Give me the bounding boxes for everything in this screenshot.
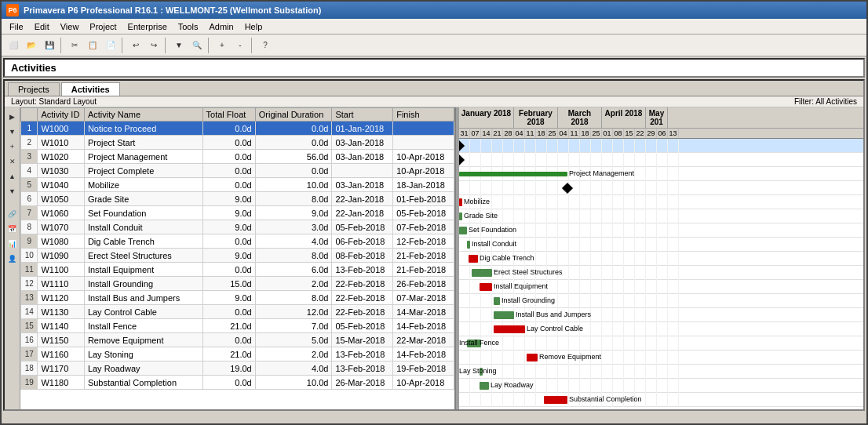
copy-btn[interactable]: 📋 xyxy=(84,37,101,54)
activity-id: W1170 xyxy=(38,361,84,376)
zoom-in-btn[interactable]: + xyxy=(213,37,231,54)
open-btn[interactable]: 📂 xyxy=(23,37,40,54)
activity-name: Install Conduit xyxy=(84,220,202,234)
activity-name: Erect Steel Structures xyxy=(84,249,202,263)
resource-icon[interactable]: 👤 xyxy=(6,252,19,265)
table-row[interactable]: 15 W1140 Install Fence 21.0d 7.0d 05-Feb… xyxy=(21,319,454,333)
gantt-day-header: 29 xyxy=(646,129,657,138)
gantt-row: Dig Cable Trench xyxy=(459,252,863,266)
activity-name: Substantial Completion xyxy=(84,376,202,390)
table-row[interactable]: 19 W1180 Substantial Completion 0.0d 10.… xyxy=(21,376,454,390)
table-row[interactable]: 6 W1050 Grade Site 9.0d 8.0d 22-Jan-2018… xyxy=(21,192,454,206)
col-orig-duration[interactable]: Original Duration xyxy=(255,108,332,122)
tab-bar: Projects Activities xyxy=(5,81,863,96)
help-btn[interactable]: ? xyxy=(257,37,274,54)
table-row[interactable]: 8 W1070 Install Conduit 9.0d 3.0d 05-Feb… xyxy=(21,220,454,234)
table-row[interactable]: 16 W1150 Remove Equipment 0.0d 5.0d 15-M… xyxy=(21,333,454,347)
add-icon[interactable]: + xyxy=(6,140,19,153)
orig-duration: 4.0d xyxy=(255,234,332,249)
app-icon: P6 xyxy=(6,4,19,16)
table-row[interactable]: 4 W1030 Project Complete 0.0d 0.0d 10-Ap… xyxy=(21,164,454,178)
start-date: 05-Feb-2018 xyxy=(332,220,393,234)
gantt-bar-label: Grade Site xyxy=(464,212,498,220)
gantt-day-header: 08 xyxy=(613,129,624,138)
activity-id: W1070 xyxy=(38,220,84,234)
start-date: 03-Jan-2018 xyxy=(332,136,393,150)
undo-btn[interactable]: ↩ xyxy=(127,37,144,54)
row-number: 2 xyxy=(21,136,38,150)
menu-file[interactable]: File xyxy=(5,21,28,32)
cut-btn[interactable]: ✂ xyxy=(66,37,83,54)
col-activity-name[interactable]: Activity Name xyxy=(84,108,202,122)
menu-tools[interactable]: Tools xyxy=(173,21,203,32)
menu-view[interactable]: View xyxy=(56,21,84,32)
col-activity-id[interactable]: Activity ID xyxy=(38,108,84,122)
total-float: 19.0d xyxy=(202,361,255,376)
table-row[interactable]: 17 W1160 Lay Stoning 21.0d 2.0d 13-Feb-2… xyxy=(21,347,454,361)
collapse-icon[interactable]: ▼ xyxy=(6,125,19,138)
gantt-day-header: 22 xyxy=(635,129,646,138)
table-row[interactable]: 13 W1120 Install Bus and Jumpers 9.0d 8.… xyxy=(21,291,454,305)
table-row[interactable]: 10 W1090 Erect Steel Structures 9.0d 8.0… xyxy=(21,249,454,263)
orig-duration: 5.0d xyxy=(255,333,332,347)
total-float: 9.0d xyxy=(202,192,255,206)
table-row[interactable]: 3 W1020 Project Management 0.0d 56.0d 03… xyxy=(21,150,454,164)
table-row[interactable]: 12 W1110 Install Grounding 15.0d 2.0d 22… xyxy=(21,277,454,291)
table-row[interactable]: 7 W1060 Set Foundation 9.0d 9.0d 22-Jan-… xyxy=(21,206,454,220)
redo-btn[interactable]: ↪ xyxy=(145,37,162,54)
up-icon[interactable]: ▲ xyxy=(6,170,19,183)
finish-date: 14-Mar-2018 xyxy=(393,305,454,319)
gantt-row: Install Conduit xyxy=(459,238,863,252)
calendar-icon[interactable]: 📅 xyxy=(6,223,19,235)
orig-duration: 3.0d xyxy=(255,220,332,234)
table-row[interactable]: 9 W1080 Dig Cable Trench 0.0d 4.0d 06-Fe… xyxy=(21,234,454,249)
table-row[interactable]: 1 W1000 Notice to Proceed 0.0d 0.0d 01-J… xyxy=(21,122,454,136)
gantt-day-header: 21 xyxy=(492,129,503,138)
activity-name: Remove Equipment xyxy=(84,333,202,347)
left-sidebar: ▶ ▼ + ✕ ▲ ▼ 🔗 📅 📊 👤 xyxy=(5,107,20,409)
col-finish[interactable]: Finish xyxy=(393,108,454,122)
gantt-bar xyxy=(459,172,567,176)
row-number: 5 xyxy=(21,178,38,192)
activity-name: Install Bus and Jumpers xyxy=(84,291,202,305)
tab-projects[interactable]: Projects xyxy=(8,82,60,96)
down-icon[interactable]: ▼ xyxy=(6,185,19,198)
total-float: 0.0d xyxy=(202,122,255,136)
zoom-out-btn[interactable]: - xyxy=(232,37,249,54)
menu-project[interactable]: Project xyxy=(85,21,121,32)
gantt-bar-label: Install Fence xyxy=(459,339,499,347)
col-total-float[interactable]: Total Float xyxy=(202,108,255,122)
link-icon[interactable]: 🔗 xyxy=(6,208,19,220)
gantt-row: Lay Control Cable xyxy=(459,322,863,336)
table-row[interactable]: 2 W1010 Project Start 0.0d 0.0d 03-Jan-2… xyxy=(21,136,454,150)
activity-id: W1060 xyxy=(38,206,84,220)
menu-admin[interactable]: Admin xyxy=(204,21,238,32)
table-row[interactable]: 5 W1040 Mobilize 0.0d 10.0d 03-Jan-2018 … xyxy=(21,178,454,192)
gantt-panel[interactable]: January 2018 February 2018 March 2018 Ap… xyxy=(459,107,863,409)
gantt-bar-label: Install Bus and Jumpers xyxy=(516,311,591,318)
start-date: 22-Feb-2018 xyxy=(332,291,393,305)
menu-help[interactable]: Help xyxy=(240,21,268,32)
gantt-row: Substantial Completion xyxy=(459,393,863,407)
col-start[interactable]: Start xyxy=(332,108,393,122)
row-number: 18 xyxy=(21,361,38,376)
tab-activities[interactable]: Activities xyxy=(61,82,120,96)
expand-icon[interactable]: ▶ xyxy=(6,111,19,123)
delete-icon[interactable]: ✕ xyxy=(6,155,19,168)
month-apr: April 2018 xyxy=(602,107,646,128)
search-btn[interactable]: 🔍 xyxy=(188,37,206,54)
row-number: 10 xyxy=(21,249,38,263)
orig-duration: 12.0d xyxy=(255,305,332,319)
gantt-bar-label: Erect Steel Structures xyxy=(494,268,563,276)
table-row[interactable]: 18 W1170 Lay Roadway 19.0d 4.0d 13-Feb-2… xyxy=(21,361,454,376)
menu-enterprise[interactable]: Enterprise xyxy=(123,21,172,32)
chart-icon[interactable]: 📊 xyxy=(6,238,19,250)
paste-btn[interactable]: 📄 xyxy=(102,37,119,54)
total-float: 9.0d xyxy=(202,206,255,220)
new-btn[interactable]: ⬜ xyxy=(5,37,22,54)
table-row[interactable]: 11 W1100 Install Equipment 0.0d 6.0d 13-… xyxy=(21,263,454,277)
filter-btn[interactable]: ▼ xyxy=(170,37,188,54)
save-btn[interactable]: 💾 xyxy=(41,37,58,54)
table-row[interactable]: 14 W1130 Lay Control Cable 0.0d 12.0d 22… xyxy=(21,305,454,319)
menu-edit[interactable]: Edit xyxy=(30,21,54,32)
